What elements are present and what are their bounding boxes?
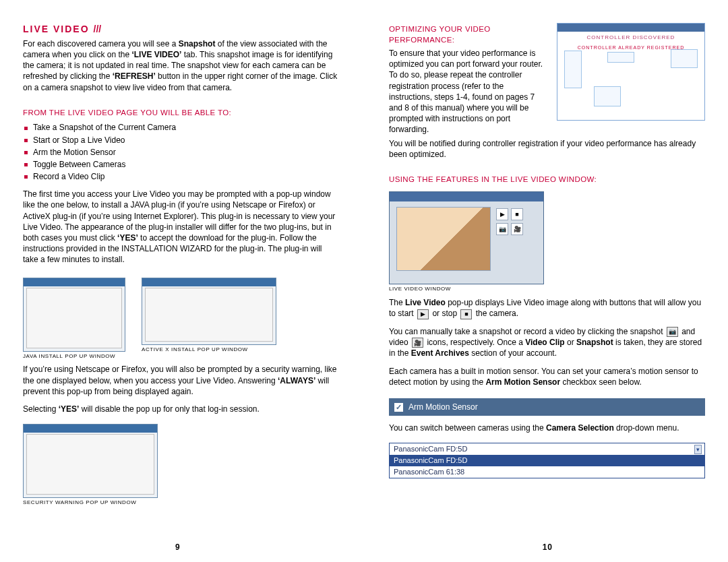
section-title: LIVE VIDEO /// [23,23,101,36]
snap-text-2b: icons, respectively. Once a Video Clip o… [389,338,702,358]
activex-caption: ACTIVE X INSTALL POP UP WINDOW [142,346,276,354]
intro-paragraph: For each discovered camera you will see … [23,38,339,93]
section-title-text: LIVE VIDEO [23,23,90,36]
router-msg-1: CONTROLLER DISCOVERED [557,34,704,42]
live-video-caption: LIVE VIDEO WINDOW [389,286,705,293]
snapshot-paragraph: You can manually take a snapshot or reco… [389,326,705,359]
router-registration-image: CONTROLLER DISCOVERED CONTROLLER ALREADY… [557,23,705,121]
live-video-window-image: ▶ ■ 📷 🎥 [389,191,544,284]
live-video-paragraph: The Live Video pop-up displays Live Vide… [389,297,705,319]
motion-paragraph: Each camera has a built in motion sensor… [389,366,705,387]
security-caption: SECURITY WARNING POP UP WINDOW [23,499,339,507]
list-item: Start or Stop a Live Video [24,135,339,146]
yes-paragraph: Selecting ‘YES’ will disable the pop up … [23,404,339,414]
play-icon: ▶ [496,208,508,220]
lv-text-mid: or stop [432,309,457,318]
activex-popup-image [142,278,276,345]
java-caption: JAVA INSTALL POP UP WINDOW [23,353,125,361]
snap-text-1: You can manually take a snapshot or reco… [389,327,663,336]
stop-icon: ■ [460,309,472,319]
snap-text-2a: video [389,338,408,347]
list-item: Take a Snapshot of the Current Camera [24,122,339,133]
dropdown-option[interactable]: PanasonicCam FD:5D [390,455,704,466]
camera-selection-paragraph: You can switch between cameras using the… [389,423,705,433]
manual-spread: LIVE VIDEO /// For each discovered camer… [0,0,728,562]
video-icon: 🎥 [412,338,423,348]
list-item: Arm the Motion Sensor [24,147,339,158]
chevron-down-icon: ▾ [694,445,702,454]
snap-and: and [681,327,695,336]
camera-icon: 📷 [667,327,678,337]
list-item: Toggle Between Cameras [24,159,339,170]
play-icon: ▶ [417,309,429,319]
stop-icon: ■ [511,208,523,220]
subheading-optimize: OPTIMIZING YOUR VIDEO PERFORMANCE: [389,24,547,45]
subheading-features-window: USING THE FEATURES IN THE LIVE VIDEO WIN… [389,175,705,185]
security-popup-image [23,424,158,498]
camera-icon: 📷 [496,223,508,235]
subheading-features: FROM THE LIVE VIDEO PAGE YOU WILL BE ABL… [23,108,339,119]
arm-motion-sensor-checkbox[interactable]: ✓ Arm Motion Sensor [389,398,705,416]
arm-motion-label: Arm Motion Sensor [408,402,478,412]
page-left: LIVE VIDEO /// For each discovered camer… [23,23,339,549]
camera-selection-dropdown[interactable]: PanasonicCam FD:5D ▾ PanasonicCam FD:5D … [389,443,705,478]
optimize-paragraph-1: To ensure that your video performance is… [389,48,547,135]
feature-list: Take a Snapshot of the Current Camera St… [23,122,339,183]
plugin-paragraph: The first time you access your Live Vide… [23,189,339,265]
page-number-left: 9 [175,542,181,553]
page-right: OPTIMIZING YOUR VIDEO PERFORMANCE: To en… [389,23,705,549]
popup-image-row: JAVA INSTALL POP UP WINDOW ACTIVE X INST… [23,278,339,365]
dropdown-option[interactable]: PanasonicCam 61:38 [390,466,704,478]
optimize-paragraph-2: You will be notified during controller r… [389,138,705,160]
lv-text-end: the camera. [476,309,518,318]
checkbox-icon: ✓ [394,403,403,412]
dropdown-selected: PanasonicCam FD:5D [394,444,467,454]
java-popup-image [23,278,125,352]
warning-paragraph: If you’re using Netscape or Firefox, you… [23,364,339,397]
video-icon: 🎥 [511,223,523,235]
title-slashes: /// [94,23,102,36]
page-number-right: 10 [543,542,553,553]
list-item: Record a Video Clip [24,171,339,182]
